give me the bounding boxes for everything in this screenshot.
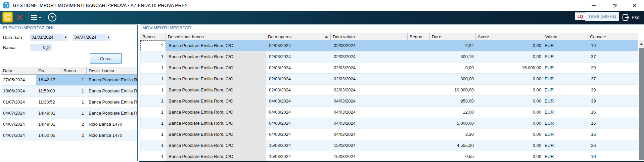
cell-avere[interactable]: 0,00 <box>476 96 543 107</box>
cell-dare[interactable]: 10.000,00 <box>430 85 476 95</box>
cell-banca[interactable]: 1 <box>61 97 87 108</box>
import-list-row[interactable]: 04/07/2024 14:49:01 1 Banca Popolare Emi… <box>1 108 137 119</box>
cell-ora[interactable]: 14:49:01 <box>36 108 61 119</box>
cell-data[interactable]: 27/05/2024 <box>1 75 36 85</box>
column-header-segno[interactable]: Segno <box>408 33 430 40</box>
cell-valuta[interactable]: EUR <box>543 118 588 129</box>
cell-data-operaz[interactable]: 02/03/2024 <box>266 74 331 84</box>
cell-data-operaz[interactable]: 02/03/2024 <box>266 63 331 73</box>
cell-descrizione-banca[interactable]: Banca Popolare Emilia Rom. C/C <box>166 85 266 95</box>
cell-banca[interactable]: 1 <box>61 108 87 119</box>
movement-row[interactable]: 1 Banca Popolare Emilia Rom. C/C 02/03/2… <box>140 85 638 96</box>
cell-segno[interactable] <box>408 40 430 51</box>
cell-banca[interactable]: 1 <box>140 40 166 51</box>
cell-banca[interactable]: 1 <box>140 129 166 140</box>
cell-data-operaz[interactable]: 02/03/2024 <box>266 51 331 62</box>
cell-banca[interactable]: 1 <box>140 107 166 118</box>
cell-ora[interactable]: 11:59:00 <box>36 86 61 96</box>
cell-dare[interactable]: 958,00 <box>430 96 476 107</box>
column-header-dare[interactable]: Dare <box>430 33 476 40</box>
cell-banca[interactable]: 1 <box>140 118 166 129</box>
cell-valuta[interactable]: EUR <box>543 74 588 84</box>
scrollbar-thumb[interactable] <box>639 48 644 160</box>
cell-banca[interactable]: 1 <box>140 140 166 151</box>
cell-data-operaz[interactable]: 04/03/2024 <box>266 107 331 118</box>
cell-dare[interactable]: 0,00 <box>430 63 476 73</box>
cell-banca[interactable]: 1 <box>140 74 166 84</box>
cell-ora[interactable]: 14:49:01 <box>36 119 61 130</box>
cell-descr-banca[interactable]: Rolo Banca 1470 <box>87 130 137 141</box>
movement-row[interactable]: 1 Banca Popolare Emilia Rom. C/C 02/03/2… <box>140 74 638 85</box>
cell-descr-banca[interactable]: Banca Popolare Emilia Rom. C/C <box>87 75 137 85</box>
column-header-descrizione-banca[interactable]: Descrizione banca <box>166 33 266 40</box>
cell-data[interactable]: 19/06/2024 <box>1 86 36 96</box>
cell-dare[interactable]: 12,00 <box>430 107 476 118</box>
cell-data[interactable]: 04/07/2024 <box>1 119 36 130</box>
import-list-row[interactable]: 04/07/2024 14:49:01 2 Rolo Banca 1470 <box>1 119 137 130</box>
import-list-row[interactable]: 01/07/2024 11:38:52 1 Banca Popolare Emi… <box>1 97 137 108</box>
cell-banca[interactable]: 2 <box>61 119 87 130</box>
app-home-button[interactable] <box>2 12 13 23</box>
cell-data-operaz[interactable]: 15/03/2024 <box>266 140 331 151</box>
bank-filter-field[interactable]: 0 <box>30 44 52 51</box>
cell-causale[interactable]: 16 <box>588 107 638 118</box>
cell-causale[interactable]: 29 <box>588 63 638 73</box>
date-to-dropdown[interactable] <box>106 34 111 41</box>
minimize-button[interactable] <box>586 0 601 11</box>
cell-data[interactable]: 01/07/2024 <box>1 97 36 108</box>
cell-data[interactable]: 04/07/2024 <box>1 130 36 141</box>
cell-causale[interactable]: 16 <box>588 118 638 129</box>
cell-descr-banca[interactable]: Banca Popolare Emilia Rom. C/C <box>87 86 137 96</box>
column-header-causale[interactable]: Causale <box>588 33 638 40</box>
cell-descrizione-banca[interactable]: Banca Popolare Emilia Rom. C/C <box>166 40 266 51</box>
cell-segno[interactable] <box>408 85 430 95</box>
cell-valuta[interactable]: EUR <box>543 96 588 107</box>
cell-segno[interactable] <box>408 107 430 118</box>
movement-row[interactable]: 1 Banca Popolare Emilia Rom. C/C 02/03/2… <box>140 63 638 74</box>
date-from-value[interactable]: 01/01/2024 <box>30 34 63 41</box>
cell-banca[interactable]: 1 <box>61 86 87 96</box>
date-to-value[interactable]: 04/07/2024 <box>73 34 106 41</box>
import-list-row[interactable]: 27/05/2024 16:42:17 1 Banca Popolare Emi… <box>1 75 137 86</box>
column-header-ora[interactable]: Ora <box>36 67 61 74</box>
cell-banca[interactable]: 1 <box>140 51 166 62</box>
cell-causale[interactable]: 39 <box>588 85 638 95</box>
search-lens-icon[interactable] <box>47 46 50 49</box>
cell-avere[interactable]: 0,00 <box>476 85 543 95</box>
date-from-field[interactable]: 01/01/2024 <box>30 34 68 41</box>
cell-descr-banca[interactable]: Banca Popolare Emilia Rom. C/C <box>87 108 137 119</box>
column-header-data-operaz[interactable]: Data operaz. <box>266 33 331 40</box>
cell-causale[interactable]: 39 <box>588 96 638 107</box>
cell-valuta[interactable]: EUR <box>543 63 588 73</box>
cell-segno[interactable] <box>408 129 430 140</box>
movement-row[interactable]: 1 Banca Popolare Emilia Rom. C/C 02/03/2… <box>140 40 638 51</box>
cell-segno[interactable] <box>408 63 430 73</box>
cell-avere[interactable]: 0,00 <box>476 74 543 84</box>
cell-segno[interactable] <box>408 118 430 129</box>
cell-data-valuta[interactable]: 02/03/2024 <box>331 74 408 84</box>
cell-avere[interactable]: 0,00 <box>476 140 543 151</box>
find-input[interactable]: Trova (Alt+F1) <box>585 12 619 21</box>
cell-valuta[interactable]: EUR <box>543 40 588 51</box>
cell-causale[interactable]: 37 <box>588 51 638 62</box>
cell-valuta[interactable]: EUR <box>543 140 588 151</box>
cell-data-valuta[interactable]: 02/03/2024 <box>331 51 408 62</box>
cell-descrizione-banca[interactable]: Banca Popolare Emilia Rom. C/C <box>166 129 266 140</box>
cell-dare[interactable]: 4.555,20 <box>430 140 476 151</box>
column-header-avere[interactable]: Avere <box>476 33 543 40</box>
cell-data[interactable]: 04/07/2024 <box>1 108 36 119</box>
cell-descrizione-banca[interactable]: Banca Popolare Emilia Rom. C/C <box>166 74 266 84</box>
cell-descr-banca[interactable]: Rolo Banca 1470 <box>87 119 137 130</box>
cell-banca[interactable]: 2 <box>61 130 87 141</box>
cell-causale[interactable]: 16 <box>588 129 638 140</box>
cell-ora[interactable]: 11:38:52 <box>36 97 61 108</box>
cell-avere[interactable]: 0,00 <box>476 107 543 118</box>
cell-causale[interactable]: 19 <box>588 40 638 51</box>
cell-descrizione-banca[interactable]: Banca Popolare Emilia Rom. C/C <box>166 96 266 107</box>
cell-banca[interactable]: 1 <box>140 96 166 107</box>
cell-segno[interactable] <box>408 140 430 151</box>
column-header-valuta[interactable]: Valuta <box>543 33 588 40</box>
cerca-button[interactable]: Cerca <box>90 53 122 64</box>
column-header-descr-banca[interactable]: Descr. banca <box>87 67 137 74</box>
cell-dare[interactable]: 9,22 <box>430 40 476 51</box>
